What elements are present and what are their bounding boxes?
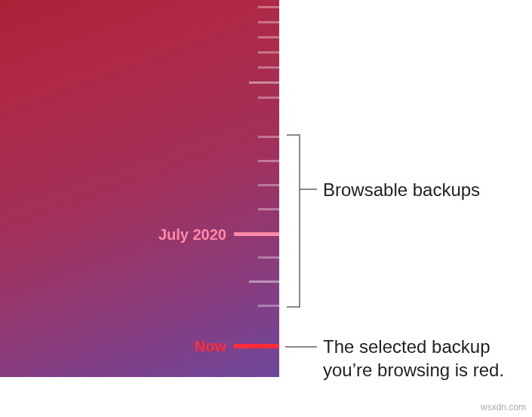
- timeline-tick[interactable]: [258, 21, 279, 23]
- callout-bracket: [287, 134, 300, 308]
- timeline-tick[interactable]: [258, 97, 279, 99]
- timeline-panel: July 2020 Now: [0, 0, 279, 377]
- timeline-tick[interactable]: [249, 81, 279, 84]
- annotation-selected-line1: The selected backup: [323, 336, 490, 357]
- timeline-tick[interactable]: [258, 136, 279, 138]
- watermark: wsxdn.com: [481, 402, 526, 412]
- callout-connector: [285, 346, 317, 348]
- timeline-tick-label: July 2020: [158, 226, 226, 244]
- timeline-tick-labeled[interactable]: [234, 232, 279, 236]
- timeline-tick[interactable]: [258, 36, 279, 38]
- timeline-tick[interactable]: [258, 66, 279, 69]
- timeline-tick[interactable]: [258, 51, 279, 54]
- timeline-tick[interactable]: [258, 160, 279, 162]
- timeline-tick[interactable]: [258, 6, 279, 8]
- timeline-tick[interactable]: [249, 281, 279, 283]
- timeline-tick[interactable]: [258, 256, 279, 259]
- timeline-tick[interactable]: [258, 208, 279, 210]
- timeline-tick-now[interactable]: [234, 344, 279, 348]
- timeline-tick[interactable]: [258, 305, 279, 307]
- annotation-selected-line2: you’re browsing is red.: [323, 360, 504, 380]
- timeline-tick[interactable]: [258, 184, 279, 186]
- annotation-browsable: Browsable backups: [323, 178, 480, 201]
- timeline-now-label: Now: [195, 338, 226, 355]
- annotation-selected: The selected backup you’re browsing is r…: [323, 335, 504, 382]
- callout-connector: [300, 189, 317, 190]
